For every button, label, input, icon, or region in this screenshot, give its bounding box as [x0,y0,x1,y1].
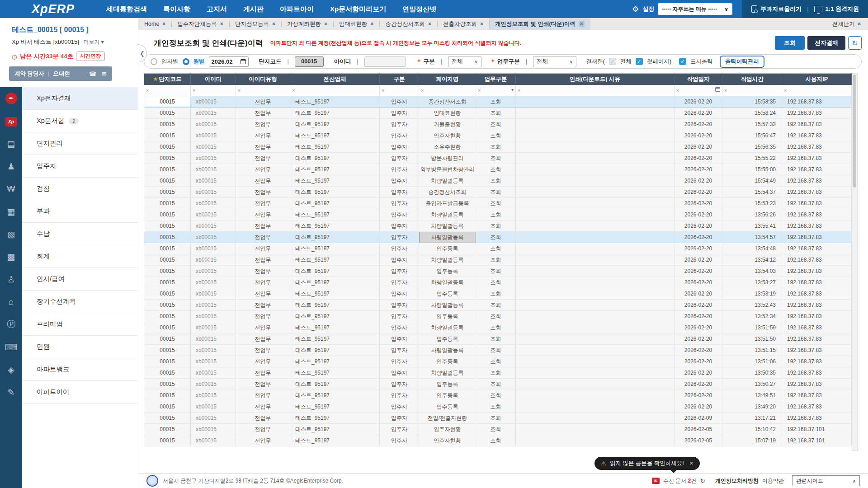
cell[interactable]: 2026-02-20 [675,345,722,356]
cell[interactable]: 2026-02-20 [675,333,722,345]
cell[interactable]: 외부방문불법차량관리 [419,164,476,175]
cell[interactable] [516,108,675,119]
cell[interactable]: 입주자 [380,435,419,446]
table-row[interactable]: 00015xb00015전업무테스트_95197입주자방문차량관리조회2026-… [144,153,852,164]
sidebar-item-민원[interactable]: ⌨민원 [0,336,138,358]
cell[interactable]: 입주자 [380,379,419,390]
clear-filter-icon[interactable]: × [146,88,149,93]
clear-filter-icon[interactable]: × [382,88,384,93]
cell[interactable]: 조회 [476,164,516,175]
column-filter-아이디[interactable]: × [191,85,236,96]
cell[interactable]: xb00015 [191,254,236,266]
cell[interactable]: xb00015 [191,311,236,322]
cell[interactable]: 입주자 [380,288,419,300]
cell[interactable]: 13:53:27 [722,277,782,288]
cell[interactable]: 전업무 [236,243,290,254]
tab[interactable]: 입주자단체등록× [171,18,229,30]
cell[interactable]: xb00015 [191,277,236,288]
sidebar-item-단지관리[interactable]: ▤단지관리 [0,132,138,155]
cell[interactable] [516,345,675,356]
filter-calendar-icon[interactable] [715,87,720,92]
cell[interactable]: 조회 [476,390,516,401]
cell[interactable]: 2026-02-20 [675,266,722,277]
cell[interactable]: 전업무 [236,266,290,277]
cell[interactable]: 조회 [476,108,516,119]
cell[interactable]: 전업무 [236,221,290,232]
cell[interactable] [516,96,675,108]
cell[interactable]: 입주자 [380,390,419,401]
calendar-icon[interactable] [241,59,246,64]
tab-close-icon[interactable]: × [324,21,327,27]
cell[interactable]: 전업무 [236,130,290,141]
table-row[interactable]: 00015xb00015전업무테스트_95197입주자입주등록조회2026-02… [144,379,852,390]
tab-close-icon[interactable]: × [480,21,483,27]
cell[interactable]: 입주자 [380,164,419,175]
cell[interactable]: 전업무 [236,401,290,413]
cell[interactable]: xb00015 [191,198,236,209]
cell[interactable]: 테스트_95197 [290,333,380,345]
cell[interactable]: 00015 [144,254,191,266]
scrollbar-thumb[interactable] [853,75,856,188]
cell[interactable]: 테스트_95197 [290,300,380,311]
cell[interactable]: 차량일괄등록 [419,345,476,356]
cell[interactable]: 키불출현황 [419,119,476,130]
cell[interactable]: 출입카드발급등록 [419,198,476,209]
cell[interactable]: 테스트_95197 [290,141,380,153]
cell[interactable]: 조회 [476,367,516,379]
table-row[interactable]: 00015xb00015전업무테스트_95197입주자외부방문불법차량관리조회2… [144,164,852,175]
column-header-전산업체[interactable]: 전산업체 [290,74,380,85]
cell[interactable]: 192.168.37.83 [782,345,852,356]
cell[interactable]: 차량일괄등록 [419,254,476,266]
cell[interactable]: 테스트_95197 [290,424,380,435]
cell[interactable]: 중간정산서조회 [419,96,476,108]
cell[interactable]: 192.168.37.83 [782,322,852,333]
cell[interactable]: 테스트_95197 [290,401,380,413]
cell[interactable]: xb00015 [191,130,236,141]
cell[interactable]: 00015 [144,119,191,130]
cell[interactable]: 입주자 [380,209,419,221]
cell[interactable]: 00015 [144,379,191,390]
cell[interactable] [516,367,675,379]
cell[interactable]: 전업무 [236,232,290,243]
cell[interactable]: xb00015 [191,221,236,232]
cell[interactable]: xb00015 [191,108,236,119]
cell[interactable]: 입주등록 [419,401,476,413]
table-row[interactable]: 00015xb00015전업무테스트_95197입주자입주등록조회2026-02… [144,311,852,322]
cell[interactable]: 테스트_95197 [290,130,380,141]
sidebar-item-Xp문서함[interactable]: XpXp문서함2 [0,110,138,132]
cell[interactable] [516,401,675,413]
cell[interactable] [516,333,675,345]
cell[interactable]: 입주자현황 [419,435,476,446]
cell[interactable]: 차량일괄등록 [419,221,476,232]
cell[interactable]: 전업무 [236,379,290,390]
tab[interactable]: 전출차량조회× [437,18,489,30]
cell[interactable]: 00015 [144,401,191,413]
tab[interactable]: 중간정산서조회× [379,18,437,30]
clear-filter-icon[interactable]: × [292,88,295,93]
cell[interactable]: 입주등록 [419,356,476,367]
cell[interactable]: 조회 [476,401,516,413]
cell[interactable]: 13:49:51 [722,390,782,401]
cell[interactable]: 2026-02-20 [675,300,722,311]
cell[interactable]: 테스트_95197 [290,390,380,401]
cell[interactable]: 00015 [144,356,191,367]
tab-close-icon[interactable]: × [272,21,275,27]
cell[interactable]: 소유주현황 [419,141,476,153]
table-row[interactable]: 00015xb00015전업무테스트_95197입주자입주등록조회2026-02… [144,266,852,277]
cell[interactable]: 테스트_95197 [290,243,380,254]
tab-close-icon[interactable]: × [162,21,165,27]
cell[interactable]: 192.168.37.83 [782,175,852,187]
cell[interactable]: 테스트_95197 [290,322,380,333]
column-header-단지코드[interactable]: ★단지코드 [144,74,191,85]
column-header-작업일자[interactable]: 작업일자 [675,74,722,85]
cell[interactable]: 15:53:23 [722,198,782,209]
cell[interactable]: 2026-02-05 [675,424,722,435]
cell[interactable]: xb00015 [191,187,236,198]
cell[interactable]: 13:54:03 [722,266,782,277]
cell[interactable]: 2026-02-20 [675,356,722,367]
cell[interactable] [516,119,675,130]
table-row[interactable]: 00015xb00015전업무테스트_95197입주자소유주현황조회2026-0… [144,141,852,153]
cell[interactable]: 전업무 [236,187,290,198]
cell[interactable]: 192.168.37.83 [782,266,852,277]
cell[interactable]: 전업무 [236,96,290,108]
